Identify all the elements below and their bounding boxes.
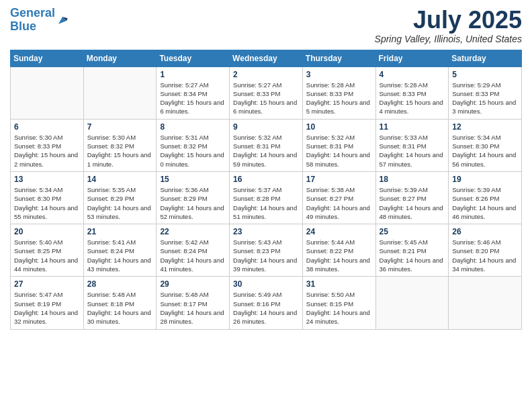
day-number: 3	[306, 70, 372, 79]
calendar-week-2: 6Sunrise: 5:30 AMSunset: 8:33 PMDaylight…	[11, 119, 522, 171]
cell-details: Sunrise: 5:37 AMSunset: 8:28 PMDaylight:…	[233, 185, 299, 221]
logo-area: General Blue	[10, 7, 69, 34]
cell-details: Sunrise: 5:45 AMSunset: 8:21 PMDaylight:…	[380, 238, 445, 273]
logo-icon	[56, 14, 69, 26]
cell-details: Sunrise: 5:34 AMSunset: 8:30 PMDaylight:…	[452, 133, 518, 169]
calendar-cell: 17Sunrise: 5:38 AMSunset: 8:27 PMDayligh…	[302, 171, 375, 224]
cell-details: Sunrise: 5:44 AMSunset: 8:22 PMDaylight:…	[306, 238, 372, 273]
calendar-cell	[449, 277, 522, 329]
subtitle: Spring Valley, Illinois, United States	[375, 34, 522, 44]
day-number: 23	[233, 227, 299, 236]
calendar-cell: 12Sunrise: 5:34 AMSunset: 8:30 PMDayligh…	[449, 119, 522, 171]
calendar-cell: 5Sunrise: 5:29 AMSunset: 8:33 PMDaylight…	[449, 66, 522, 119]
calendar-cell: 9Sunrise: 5:32 AMSunset: 8:31 PMDaylight…	[230, 119, 303, 171]
day-number: 26	[452, 227, 518, 236]
cell-details: Sunrise: 5:28 AMSunset: 8:33 PMDaylight:…	[306, 81, 372, 116]
calendar-week-1: 1Sunrise: 5:27 AMSunset: 8:34 PMDaylight…	[11, 66, 522, 119]
day-number: 1	[160, 70, 226, 79]
cell-details: Sunrise: 5:32 AMSunset: 8:31 PMDaylight:…	[306, 133, 372, 169]
day-number: 10	[306, 122, 372, 132]
calendar-cell: 31Sunrise: 5:50 AMSunset: 8:15 PMDayligh…	[302, 277, 375, 329]
calendar-cell: 1Sunrise: 5:27 AMSunset: 8:34 PMDaylight…	[157, 66, 230, 119]
calendar-week-5: 27Sunrise: 5:47 AMSunset: 8:19 PMDayligh…	[11, 277, 522, 329]
day-number: 22	[160, 227, 226, 236]
calendar-cell: 24Sunrise: 5:44 AMSunset: 8:22 PMDayligh…	[302, 224, 375, 277]
header: General Blue July 2025 Spring Valley, Il…	[10, 7, 522, 44]
calendar-cell: 4Sunrise: 5:28 AMSunset: 8:33 PMDaylight…	[375, 66, 449, 119]
cell-details: Sunrise: 5:29 AMSunset: 8:33 PMDaylight:…	[452, 81, 518, 116]
day-number: 28	[87, 279, 153, 289]
calendar-cell: 22Sunrise: 5:42 AMSunset: 8:24 PMDayligh…	[157, 224, 230, 277]
day-number: 4	[380, 70, 445, 79]
day-number: 11	[380, 122, 445, 132]
col-header-wednesday: Wednesday	[230, 50, 303, 66]
day-number: 25	[380, 227, 445, 236]
day-number: 20	[14, 227, 80, 236]
cell-details: Sunrise: 5:39 AMSunset: 8:27 PMDaylight:…	[380, 185, 445, 221]
logo-general: General	[10, 6, 55, 19]
calendar-table: SundayMondayTuesdayWednesdayThursdayFrid…	[10, 50, 522, 330]
cell-details: Sunrise: 5:42 AMSunset: 8:24 PMDaylight:…	[160, 238, 226, 273]
cell-details: Sunrise: 5:33 AMSunset: 8:31 PMDaylight:…	[380, 133, 445, 169]
cell-details: Sunrise: 5:31 AMSunset: 8:32 PMDaylight:…	[160, 133, 226, 169]
col-header-tuesday: Tuesday	[157, 50, 230, 66]
day-number: 12	[452, 122, 518, 132]
cell-details: Sunrise: 5:36 AMSunset: 8:29 PMDaylight:…	[160, 185, 226, 221]
day-number: 5	[452, 70, 518, 79]
cell-details: Sunrise: 5:30 AMSunset: 8:33 PMDaylight:…	[14, 133, 80, 169]
day-number: 27	[14, 279, 80, 289]
day-number: 9	[233, 122, 299, 132]
logo-blue: Blue	[10, 19, 36, 33]
cell-details: Sunrise: 5:49 AMSunset: 8:16 PMDaylight:…	[233, 290, 299, 326]
calendar-cell: 23Sunrise: 5:43 AMSunset: 8:23 PMDayligh…	[230, 224, 303, 277]
cell-details: Sunrise: 5:48 AMSunset: 8:17 PMDaylight:…	[160, 290, 226, 326]
calendar-cell	[375, 277, 449, 329]
day-number: 31	[306, 279, 372, 289]
cell-details: Sunrise: 5:32 AMSunset: 8:31 PMDaylight:…	[233, 133, 299, 169]
day-number: 29	[160, 279, 226, 289]
calendar-cell: 30Sunrise: 5:49 AMSunset: 8:16 PMDayligh…	[230, 277, 303, 329]
cell-details: Sunrise: 5:28 AMSunset: 8:33 PMDaylight:…	[380, 81, 445, 116]
day-number: 6	[14, 122, 80, 132]
day-number: 30	[233, 279, 299, 289]
calendar-cell	[83, 66, 157, 119]
cell-details: Sunrise: 5:50 AMSunset: 8:15 PMDaylight:…	[306, 290, 372, 326]
cell-details: Sunrise: 5:30 AMSunset: 8:32 PMDaylight:…	[87, 133, 153, 169]
calendar-cell: 29Sunrise: 5:48 AMSunset: 8:17 PMDayligh…	[157, 277, 230, 329]
calendar-cell: 15Sunrise: 5:36 AMSunset: 8:29 PMDayligh…	[157, 171, 230, 224]
cell-details: Sunrise: 5:35 AMSunset: 8:29 PMDaylight:…	[87, 185, 153, 221]
cell-details: Sunrise: 5:41 AMSunset: 8:24 PMDaylight:…	[87, 238, 153, 273]
cell-details: Sunrise: 5:40 AMSunset: 8:25 PMDaylight:…	[14, 238, 80, 273]
day-number: 21	[87, 227, 153, 236]
calendar-cell: 6Sunrise: 5:30 AMSunset: 8:33 PMDaylight…	[11, 119, 84, 171]
cell-details: Sunrise: 5:27 AMSunset: 8:33 PMDaylight:…	[233, 81, 299, 116]
calendar-cell: 20Sunrise: 5:40 AMSunset: 8:25 PMDayligh…	[11, 224, 84, 277]
calendar-cell: 27Sunrise: 5:47 AMSunset: 8:19 PMDayligh…	[11, 277, 84, 329]
calendar-cell	[11, 66, 84, 119]
calendar-cell: 16Sunrise: 5:37 AMSunset: 8:28 PMDayligh…	[230, 171, 303, 224]
calendar-cell: 13Sunrise: 5:34 AMSunset: 8:30 PMDayligh…	[11, 171, 84, 224]
cell-details: Sunrise: 5:34 AMSunset: 8:30 PMDaylight:…	[14, 185, 80, 221]
calendar-cell: 25Sunrise: 5:45 AMSunset: 8:21 PMDayligh…	[375, 224, 449, 277]
col-header-friday: Friday	[375, 50, 449, 66]
calendar-cell: 14Sunrise: 5:35 AMSunset: 8:29 PMDayligh…	[83, 171, 157, 224]
day-number: 19	[452, 175, 518, 184]
cell-details: Sunrise: 5:46 AMSunset: 8:20 PMDaylight:…	[452, 238, 518, 273]
day-number: 17	[306, 175, 372, 184]
calendar-week-4: 20Sunrise: 5:40 AMSunset: 8:25 PMDayligh…	[11, 224, 522, 277]
calendar-cell: 8Sunrise: 5:31 AMSunset: 8:32 PMDaylight…	[157, 119, 230, 171]
calendar-cell: 3Sunrise: 5:28 AMSunset: 8:33 PMDaylight…	[302, 66, 375, 119]
cell-details: Sunrise: 5:47 AMSunset: 8:19 PMDaylight:…	[14, 290, 80, 326]
day-number: 16	[233, 175, 299, 184]
calendar-cell: 7Sunrise: 5:30 AMSunset: 8:32 PMDaylight…	[83, 119, 157, 171]
col-header-monday: Monday	[83, 50, 157, 66]
calendar-cell: 18Sunrise: 5:39 AMSunset: 8:27 PMDayligh…	[375, 171, 449, 224]
calendar-cell: 2Sunrise: 5:27 AMSunset: 8:33 PMDaylight…	[230, 66, 303, 119]
cell-details: Sunrise: 5:38 AMSunset: 8:27 PMDaylight:…	[306, 185, 372, 221]
title-area: July 2025 Spring Valley, Illinois, Unite…	[375, 7, 522, 44]
day-number: 24	[306, 227, 372, 236]
main-title: July 2025	[375, 7, 522, 34]
day-number: 8	[160, 122, 226, 132]
calendar-week-3: 13Sunrise: 5:34 AMSunset: 8:30 PMDayligh…	[11, 171, 522, 224]
cell-details: Sunrise: 5:48 AMSunset: 8:18 PMDaylight:…	[87, 290, 153, 326]
